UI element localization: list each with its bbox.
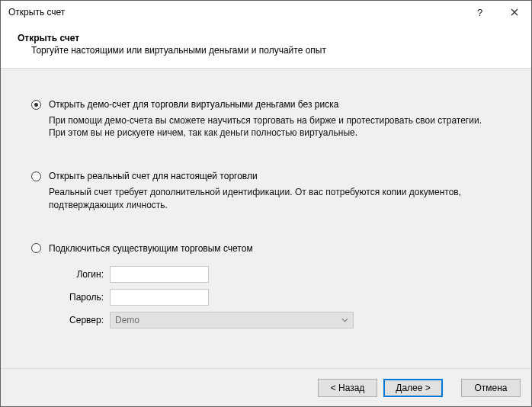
title-bar: Открыть счет ? <box>1 1 531 24</box>
wizard-footer: < Назад Далее > Отмена <box>1 368 531 406</box>
option-real-label: Открыть реальный счет для настоящей торг… <box>49 171 258 181</box>
login-input[interactable] <box>110 266 209 283</box>
option-demo: Открыть демо-счет для торговли виртуальн… <box>31 99 501 139</box>
back-button[interactable]: < Назад <box>318 379 377 397</box>
chevron-down-icon <box>341 318 348 322</box>
page-subtitle: Торгуйте настоящими или виртуальными ден… <box>31 45 514 56</box>
option-demo-desc: При помощи демо-счета вы сможете научить… <box>49 114 501 139</box>
option-demo-head[interactable]: Открыть демо-счет для торговли виртуальн… <box>31 99 501 110</box>
radio-existing[interactable] <box>31 243 41 253</box>
row-login: Логин: <box>49 266 501 283</box>
option-existing: Подключиться существующим торговым счето… <box>31 243 501 328</box>
content-area: Открыть демо-счет для торговли виртуальн… <box>1 69 531 368</box>
page-title: Открыть счет <box>18 33 514 43</box>
window-title: Открыть счет <box>8 7 463 18</box>
option-real-head[interactable]: Открыть реальный счет для настоящей торг… <box>31 171 501 181</box>
radio-demo[interactable] <box>31 100 41 110</box>
server-label: Сервер: <box>49 315 104 325</box>
close-button[interactable] <box>497 2 531 24</box>
row-password: Пароль: <box>49 289 501 306</box>
back-button-label: < Назад <box>331 383 365 393</box>
server-select[interactable]: Demo <box>110 312 354 328</box>
close-icon <box>511 7 518 18</box>
server-select-value: Demo <box>115 315 139 325</box>
option-existing-label: Подключиться существующим торговым счето… <box>49 243 253 254</box>
wizard-header: Открыть счет Торгуйте настоящими или вир… <box>1 24 531 69</box>
help-icon: ? <box>477 7 482 18</box>
option-real-desc: Реальный счет требует дополнительной иде… <box>49 186 501 210</box>
login-label: Логин: <box>49 269 104 280</box>
option-demo-label: Открыть демо-счет для торговли виртуальн… <box>49 99 338 110</box>
help-button[interactable]: ? <box>463 2 497 24</box>
password-label: Пароль: <box>49 292 104 303</box>
option-real: Открыть реальный счет для настоящей торг… <box>31 171 501 210</box>
next-button[interactable]: Далее > <box>383 379 443 397</box>
existing-form: Логин: Пароль: Сервер: Demo <box>49 266 501 328</box>
row-server: Сервер: Demo <box>49 312 501 328</box>
next-button-label: Далее > <box>396 383 431 393</box>
cancel-button[interactable]: Отмена <box>461 379 521 397</box>
password-input[interactable] <box>110 289 209 306</box>
cancel-button-label: Отмена <box>474 383 507 393</box>
radio-real[interactable] <box>31 171 41 181</box>
option-existing-head[interactable]: Подключиться существующим торговым счето… <box>31 243 501 254</box>
